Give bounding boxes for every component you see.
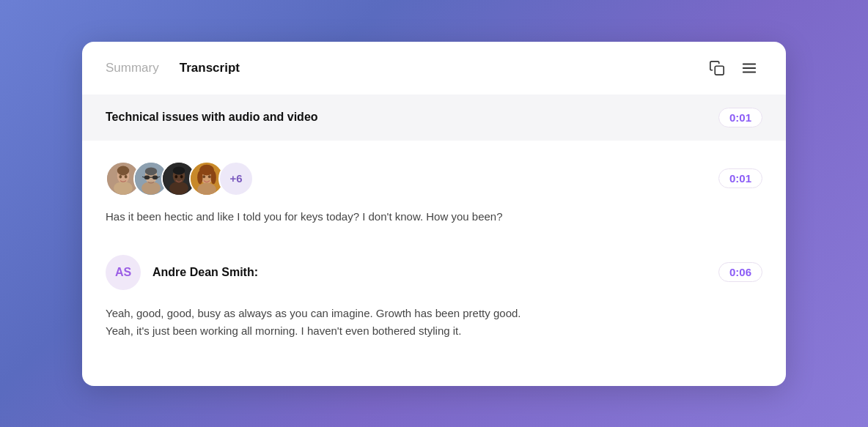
svg-point-9 (125, 174, 128, 178)
svg-rect-15 (152, 175, 158, 179)
second-transcript: Yeah, good, good, busy as always as you … (82, 302, 786, 357)
first-message-text: Has it been hectic and like I told you f… (106, 210, 503, 223)
avatars-group: +6 (106, 161, 254, 196)
svg-rect-0 (715, 66, 724, 75)
more-count-label: +6 (229, 172, 242, 185)
topic-time-badge: 0:01 (718, 108, 762, 127)
first-transcript: Has it been hectic and like I told you f… (82, 208, 786, 243)
nav-bar: Summary Transcript (82, 42, 786, 94)
second-message-line1: Yeah, good, good, busy as always as you … (106, 307, 521, 319)
speaker-section: AS Andre Dean Smith: 0:06 (82, 243, 786, 302)
svg-point-22 (173, 166, 185, 174)
svg-point-30 (211, 171, 216, 184)
svg-point-6 (114, 181, 133, 194)
svg-point-29 (197, 171, 202, 184)
svg-point-23 (175, 174, 178, 178)
tab-transcript[interactable]: Transcript (180, 58, 240, 78)
avatar-more: +6 (218, 161, 254, 196)
speaker-avatar: AS (106, 255, 141, 290)
svg-point-24 (180, 174, 183, 178)
topic-title: Technical issues with audio and video (106, 111, 318, 124)
svg-point-13 (145, 167, 158, 175)
topic-banner: Technical issues with audio and video 0:… (82, 94, 786, 141)
svg-point-7 (117, 166, 130, 175)
svg-rect-14 (144, 175, 150, 179)
copy-icon[interactable] (704, 55, 730, 81)
speaker-initials: AS (115, 266, 131, 279)
svg-point-31 (203, 175, 206, 178)
menu-icon[interactable] (736, 55, 762, 81)
svg-point-8 (119, 174, 122, 178)
participants-time-badge: 0:01 (718, 168, 762, 188)
tab-summary[interactable]: Summary (106, 58, 159, 78)
second-message-line2: Yeah, it's just been working all morning… (106, 324, 461, 337)
speaker-time-badge: 0:06 (718, 262, 762, 282)
speaker-name: Andre Dean Smith: (152, 266, 258, 279)
svg-point-21 (169, 181, 188, 194)
svg-point-32 (208, 175, 211, 178)
main-card: Summary Transcript Technical issues with… (82, 42, 786, 386)
participants-section: +6 0:01 (82, 141, 786, 208)
speaker-info: AS Andre Dean Smith: (106, 255, 258, 290)
